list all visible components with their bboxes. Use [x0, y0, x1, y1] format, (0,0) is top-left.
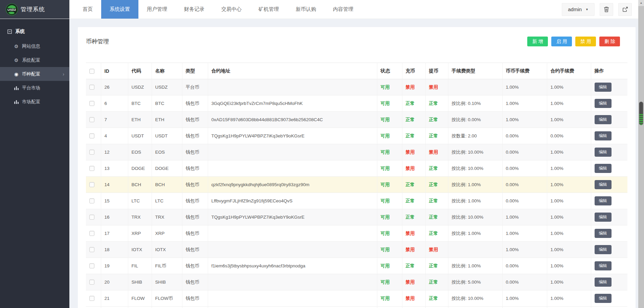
delete-button[interactable]: 删除: [599, 37, 620, 46]
edit-button[interactable]: 编辑: [595, 83, 612, 92]
scrollbar-thumb[interactable]: [639, 102, 643, 125]
cell-fee-type: 按比例: 10.00%: [448, 290, 502, 307]
cell-deposit: 正常: [402, 95, 425, 112]
cell-deposit: 正常: [402, 112, 425, 128]
row-checkbox[interactable]: [89, 166, 94, 171]
row-select-cell: [86, 258, 101, 274]
row-checkbox[interactable]: [89, 198, 94, 203]
row-checkbox[interactable]: [89, 150, 94, 155]
cell-withdraw: 正常: [425, 112, 448, 128]
edit-button[interactable]: 编辑: [595, 294, 612, 303]
topnav-item-home[interactable]: 首页: [74, 0, 101, 19]
edit-button[interactable]: 编辑: [595, 278, 612, 287]
cell-address: [208, 160, 377, 177]
topnav-item-system-settings[interactable]: 系统设置: [101, 0, 138, 19]
row-checkbox[interactable]: [89, 101, 94, 106]
cell-fee-type: 按比例: 1.00%: [448, 193, 502, 209]
cell-code: BTC: [128, 95, 152, 112]
cell-status: 可用: [377, 274, 402, 290]
cell-coin-fee: 1.00%: [502, 112, 547, 128]
row-select-cell: [86, 112, 101, 128]
row-checkbox[interactable]: [89, 85, 94, 90]
edit-button[interactable]: 编辑: [595, 213, 612, 222]
edit-button[interactable]: 编辑: [595, 148, 612, 157]
cell-actions: 编辑: [591, 95, 627, 112]
cell-contract-fee: 1.00%: [547, 177, 591, 193]
table-row: 20SHIBSHIB钱包币可用禁用正常按比例: 5.00%0.00%1.00%编…: [86, 274, 627, 290]
logout-button[interactable]: [618, 3, 632, 16]
edit-button[interactable]: 编辑: [595, 180, 612, 189]
sidebar-item-platform-market[interactable]: 平台市场›: [0, 81, 69, 95]
add-button[interactable]: 新增: [527, 37, 548, 46]
cell-name: BTC: [152, 95, 182, 112]
edit-button[interactable]: 编辑: [595, 164, 612, 173]
edit-button[interactable]: 编辑: [595, 115, 612, 124]
cell-type: 平台币: [182, 79, 208, 95]
disable-button[interactable]: 禁用: [575, 37, 596, 46]
row-checkbox[interactable]: [89, 280, 94, 285]
row-checkbox[interactable]: [89, 263, 94, 268]
edit-button[interactable]: 编辑: [595, 131, 612, 140]
row-checkbox[interactable]: [89, 231, 94, 236]
cell-name: FIL币: [152, 258, 182, 274]
enable-button[interactable]: 启用: [551, 37, 572, 46]
sidebar-item-label: 平台市场: [22, 85, 40, 91]
topnav-item-finance-records[interactable]: 财务记录: [176, 0, 213, 19]
edit-button[interactable]: 编辑: [595, 196, 612, 205]
cell-address: TQgsKg1H9pPYLW4PBPZ7iKq3ebY9oKGsrE: [208, 128, 377, 144]
sidebar-item-website-info[interactable]: ⚙网站信息›: [0, 39, 69, 53]
sidebar-section-system[interactable]: 系统: [0, 19, 69, 39]
sidebar-item-coin-config[interactable]: ◉币种配置›: [0, 67, 69, 81]
sidebar-item-market-config[interactable]: 市场配置›: [0, 95, 69, 109]
cell-id: 4: [101, 128, 128, 144]
coin-table: ID代码名称类型合约地址状态充币提币手续费类型币币手续费合约手续费操作 26US…: [86, 63, 627, 308]
topnav-item-new-coin-subscription[interactable]: 新币认购: [287, 0, 325, 19]
trash-button[interactable]: [600, 3, 613, 16]
cell-code: FIL: [128, 258, 152, 274]
topnav-item-trade-center[interactable]: 交易中心: [213, 0, 250, 19]
select-all-checkbox[interactable]: [89, 69, 94, 74]
chevron-down-icon: ▼: [585, 8, 589, 11]
row-checkbox[interactable]: [89, 133, 94, 138]
row-select-cell: [86, 79, 101, 95]
row-select-cell: [86, 290, 101, 307]
sidebar-item-label: 市场配置: [22, 99, 40, 105]
row-checkbox[interactable]: [89, 182, 94, 187]
topnav-item-user-management[interactable]: 用户管理: [138, 0, 176, 19]
row-checkbox[interactable]: [89, 296, 94, 301]
column-header: ID: [101, 63, 128, 79]
topnav-item-miner-management[interactable]: 矿机管理: [250, 0, 287, 19]
row-checkbox[interactable]: [89, 247, 94, 252]
cell-name: LTC: [152, 193, 182, 209]
edit-button[interactable]: 编辑: [595, 99, 612, 108]
content-card: 币种管理 新增启用禁用删除 ID代码名称类型合约地址状态充币提币手续费类型币币手…: [78, 27, 636, 308]
topnav-item-content-management[interactable]: 内容管理: [325, 0, 362, 19]
column-header: 充币: [402, 63, 425, 79]
cell-code: LTC: [128, 193, 152, 209]
cell-name: FLOW币: [152, 290, 182, 307]
cell-deposit: 正常: [402, 193, 425, 209]
scrollbar-up-arrow[interactable]: ▲: [638, 0, 644, 6]
cell-contract-fee: 1.00%: [547, 274, 591, 290]
row-checkbox[interactable]: [89, 117, 94, 122]
edit-button[interactable]: 编辑: [595, 261, 612, 270]
cell-type: 钱包币: [182, 274, 208, 290]
cell-actions: 编辑: [591, 160, 627, 177]
cell-coin-fee: 0.00%: [502, 160, 547, 177]
admin-dropdown[interactable]: admin ▼: [562, 3, 595, 16]
edit-button[interactable]: 编辑: [595, 245, 612, 254]
action-buttons: 新增启用禁用删除: [527, 37, 620, 46]
cell-id: 6: [101, 95, 128, 112]
sidebar-item-system-config[interactable]: ⚙系统配置›: [0, 53, 69, 67]
row-checkbox[interactable]: [89, 215, 94, 220]
cell-contract-fee: 1.00%: [547, 160, 591, 177]
edit-button[interactable]: 编辑: [595, 229, 612, 238]
cell-id: 15: [101, 193, 128, 209]
row-select-cell: [86, 144, 101, 160]
sidebar: 系统 ⚙网站信息›⚙系统配置›◉币种配置›平台市场›市场配置›: [0, 19, 69, 308]
cell-status: 可用: [377, 177, 402, 193]
cell-deposit: 正常: [402, 209, 425, 225]
cell-coin-fee: 1.00%: [502, 95, 547, 112]
cell-id: 18: [101, 242, 128, 258]
vertical-scrollbar[interactable]: ▲: [638, 0, 644, 308]
